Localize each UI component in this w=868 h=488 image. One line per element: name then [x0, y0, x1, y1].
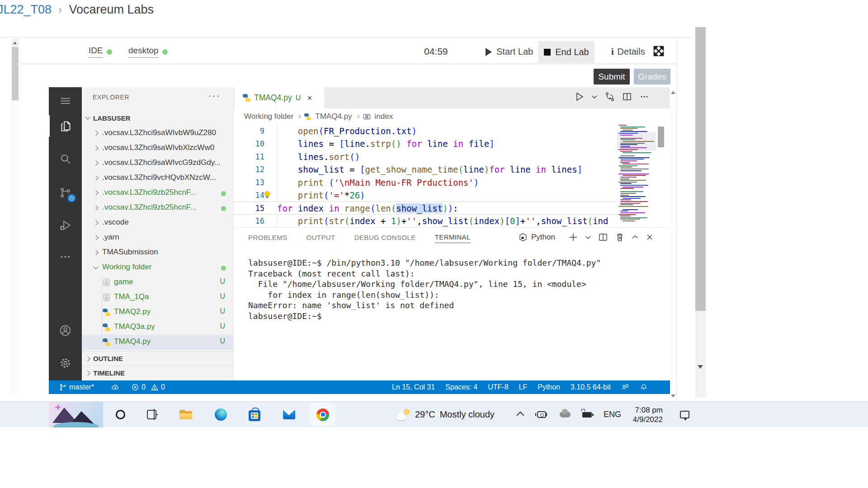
camera-tray-button[interactable] [533, 402, 550, 427]
lab-frame-scrollbar[interactable] [670, 87, 676, 399]
code-line-14[interactable]: 14 print('='*26) [234, 189, 617, 202]
tree-item--vocsav-l3zhci9zb25hcnf-[interactable]: .vocsav.L3Zhci9zb25hcnF... [82, 201, 233, 216]
language-mode-item[interactable]: Python [538, 383, 560, 391]
outline-section[interactable]: OUTLINE [82, 351, 233, 366]
timeline-section[interactable]: TIMELINE [82, 366, 233, 380]
kill-terminal-button[interactable] [615, 232, 625, 242]
settings-button[interactable] [49, 352, 82, 374]
panel-tab-terminal[interactable]: TERMINAL [435, 233, 471, 243]
taskbar-weather[interactable]: 29°C Mostly cloudy [396, 402, 495, 427]
scroll-down-arrow-icon[interactable] [698, 365, 703, 369]
feedback-button[interactable] [621, 383, 629, 391]
page-scrollbar[interactable] [695, 27, 706, 398]
source-control-view-button[interactable] [49, 182, 82, 203]
tree-item-working-folder[interactable]: Working folder [82, 260, 233, 275]
run-file-button[interactable] [574, 91, 585, 102]
breadcrumb-course-link[interactable]: JL22_T08 [0, 3, 52, 17]
tree-item-tmaq4-py[interactable]: TMAQ4.pyU [82, 335, 233, 350]
panel-tab-problems[interactable]: PROBLEMS [248, 234, 288, 243]
page-scrollbar-thumb[interactable] [695, 27, 706, 311]
close-panel-button[interactable] [646, 233, 654, 241]
indentation-item[interactable]: Spaces: 4 [445, 383, 477, 391]
sync-changes-button[interactable] [111, 383, 119, 391]
left-scrollbar[interactable] [11, 39, 19, 395]
tree-item--vscode[interactable]: .vscode [82, 216, 233, 230]
onedrive-tray-button[interactable] [557, 402, 573, 427]
panel-tab-debug-console[interactable]: DEBUG CONSOLE [354, 234, 416, 243]
run-debug-view-button[interactable] [49, 214, 82, 236]
tree-item-game[interactable]: gameU [82, 275, 233, 290]
language-indicator[interactable]: ENG [604, 402, 621, 427]
code-editor[interactable]: 9 open(FR_Production.txt)10 lines = [lin… [234, 125, 670, 227]
code-line-11[interactable]: 11 lines.sort() [234, 150, 617, 163]
code-line-16[interactable]: 16 print(str(index + 1)+'',show_list(ind… [234, 215, 617, 227]
cursor-position-item[interactable]: Ln 15, Col 31 [392, 383, 435, 391]
split-terminal-button[interactable] [598, 232, 608, 242]
search-taskbar-button[interactable] [112, 402, 128, 427]
notifications-button[interactable] [640, 383, 648, 391]
clock-date[interactable]: 7:08 pm 4/9/2022 [628, 402, 663, 427]
terminal-dropdown-icon[interactable] [585, 234, 591, 240]
maximize-panel-button[interactable] [632, 234, 639, 241]
notification-center-button[interactable] [676, 402, 693, 427]
terminal-shell-selector[interactable]: Python [519, 233, 555, 242]
split-editor-icon[interactable] [622, 91, 632, 102]
tab-tmaq4[interactable]: TMAQ4.py U × [235, 87, 324, 108]
close-tab-icon[interactable]: × [307, 93, 312, 103]
code-line-9[interactable]: 9 open(FR_Production.txt) [234, 125, 617, 137]
submit-button[interactable]: Submit [594, 69, 630, 84]
problems-item[interactable]: 0 0 [131, 383, 165, 391]
scroll-down-arrow-icon[interactable] [671, 394, 675, 398]
battery-tray-button[interactable] [579, 402, 595, 427]
minimap-slider[interactable] [617, 132, 656, 151]
tree-item--yarn[interactable]: .yarn [82, 230, 233, 245]
tree-item-tmaq2-py[interactable]: TMAQ2.pyU [82, 305, 233, 320]
edge-button[interactable] [212, 402, 229, 427]
code-line-12[interactable]: 12 show_list = [get_show_name_time(line)… [234, 163, 617, 176]
code-line-13[interactable]: 13 print ('\nMain Menu-FR Prductions') [234, 176, 617, 189]
tree-item--vocsav-l3zhci9sawivbxlzcww0[interactable]: .vocsav.L3Zhci9saWIvbXlzcWw0 [82, 141, 233, 156]
account-button[interactable] [49, 319, 82, 341]
scroll-up-arrow-icon[interactable] [671, 91, 675, 94]
tree-item--vocsav-l3zhci9zb25hcnf-[interactable]: .vocsav.L3Zhci9zb25hcnF... [82, 186, 233, 201]
more-views-button[interactable] [49, 246, 82, 267]
microsoft-store-button[interactable] [246, 402, 263, 427]
start-lab-button[interactable]: Start Lab [486, 47, 533, 57]
tree-item--vocsav-l3zhci9vchqvbxnzcw-[interactable]: .vocsav.L3Zhci9vcHQvbXNzcW... [82, 171, 233, 186]
tree-item--vocsav-l3zhci9sawivcg9zdgdy-[interactable]: .vocsav.L3Zhci9saWIvcG9zdGdy... [82, 156, 233, 171]
chrome-button[interactable] [310, 403, 335, 426]
breadcrumb-symbol[interactable]: index [375, 112, 393, 121]
python-interpreter-item[interactable]: 3.10.5 64-bit [571, 383, 611, 391]
tab-ide[interactable]: IDE [89, 46, 112, 58]
workspace-root-row[interactable]: LABSUSER [82, 111, 233, 125]
new-terminal-button[interactable] [568, 232, 578, 242]
menu-button[interactable] [49, 90, 82, 112]
code-line-10[interactable]: 10 lines = [line.strp() for line in file… [234, 137, 617, 150]
explorer-view-button[interactable] [49, 115, 82, 137]
search-view-button[interactable] [49, 148, 82, 169]
end-lab-button[interactable]: End Lab [538, 41, 594, 63]
run-dropdown-icon[interactable] [591, 93, 598, 100]
terminal-output[interactable]: labsuser@IDE:~$ /bin/python3.10 "/home/l… [248, 258, 601, 322]
git-branch-item[interactable]: master* [59, 383, 94, 391]
left-scrollbar-thumb[interactable] [12, 47, 19, 100]
scroll-up-arrow-icon[interactable] [11, 39, 19, 47]
tree-item-tma-1qa[interactable]: TMA_1QaU [82, 290, 233, 305]
file-explorer-button[interactable] [178, 402, 194, 427]
encoding-item[interactable]: UTF-8 [488, 383, 508, 391]
mail-button[interactable] [281, 402, 297, 427]
more-actions-icon[interactable] [639, 91, 650, 102]
tree-item-tmasubmission[interactable]: TMASubmission [82, 245, 233, 260]
widgets-weather-tile[interactable] [49, 402, 103, 427]
eol-item[interactable]: LF [519, 383, 528, 391]
grades-button[interactable]: Grades [634, 69, 670, 84]
breadcrumb-file[interactable]: TMAQ4.py [315, 112, 352, 121]
task-view-button[interactable] [143, 402, 160, 427]
lightbulb-icon[interactable] [264, 191, 271, 198]
hidden-icons-button[interactable] [517, 412, 524, 419]
details-button[interactable]: i Details [611, 47, 645, 57]
breadcrumb-folder[interactable]: Working folder [244, 112, 293, 121]
explorer-actions-button[interactable]: ··· [208, 90, 221, 102]
open-changes-icon[interactable] [604, 91, 615, 102]
tree-item--vocsav-l3zhci9sawivbw9uz280[interactable]: .vocsav.L3Zhci9saWIvbW9uZ280 [82, 126, 233, 141]
